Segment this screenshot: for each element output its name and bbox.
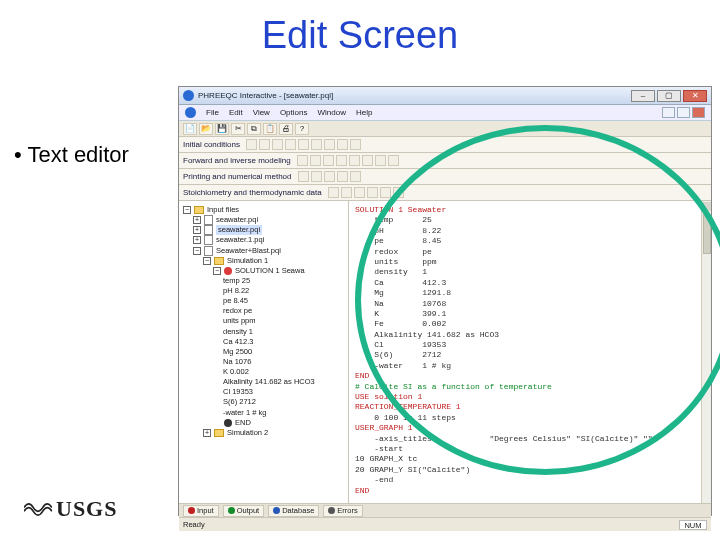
cut-icon[interactable]: ✂ [231, 123, 245, 135]
tree-item[interactable]: +seawater.pqi [193, 215, 346, 225]
ribbon-btn[interactable] [341, 187, 352, 198]
minus-icon[interactable]: − [203, 257, 211, 265]
plus-icon[interactable]: + [193, 226, 201, 234]
tree-sim2[interactable]: +Simulation 2 [203, 428, 346, 438]
tree-prop[interactable]: Mg 2500 [223, 347, 346, 357]
ribbon-btn[interactable] [380, 187, 391, 198]
ribbon-btn[interactable] [375, 155, 386, 166]
tree-prop[interactable]: K 0.002 [223, 367, 346, 377]
help-icon[interactable]: ? [295, 123, 309, 135]
ribbon-btn[interactable] [310, 155, 321, 166]
tree-prop[interactable]: S(6) 2712 [223, 397, 346, 407]
ribbon-btn[interactable] [324, 139, 335, 150]
minus-icon[interactable]: − [183, 206, 191, 214]
tree-solution[interactable]: −SOLUTION 1 Seawa [213, 266, 346, 276]
tree-prop[interactable]: Alkalinity 141.682 as HCO3 [223, 377, 346, 387]
editor-line[interactable]: density 1 [355, 267, 705, 277]
ribbon-btn[interactable] [272, 139, 283, 150]
minimize-button[interactable]: – [631, 90, 655, 102]
scroll-thumb[interactable] [703, 214, 711, 254]
mdi-close-button[interactable] [692, 107, 705, 118]
file-tree[interactable]: −Input files +seawater.pqi +seawater.pqi… [179, 201, 349, 503]
editor-line[interactable]: -water 1 # kg [355, 361, 705, 371]
editor-line[interactable]: pH 8.22 [355, 226, 705, 236]
maximize-button[interactable]: ▢ [657, 90, 681, 102]
editor-line[interactable]: temp 25 [355, 215, 705, 225]
menu-window[interactable]: Window [317, 108, 345, 117]
mdi-restore-button[interactable] [677, 107, 690, 118]
ribbon-btn[interactable] [297, 155, 308, 166]
tree-prop[interactable]: temp 25 [223, 276, 346, 286]
ribbon-btn[interactable] [285, 139, 296, 150]
paste-icon[interactable]: 📋 [263, 123, 277, 135]
ribbon-btn[interactable] [336, 155, 347, 166]
tree-prop[interactable]: density 1 [223, 327, 346, 337]
ribbon-btn[interactable] [311, 171, 322, 182]
tree-prop[interactable]: Na 1076 [223, 357, 346, 367]
save-icon[interactable]: 💾 [215, 123, 229, 135]
minus-icon[interactable]: − [193, 247, 201, 255]
text-editor[interactable]: SOLUTION 1 Seawater temp 25 pH 8.22 pe 8… [349, 201, 711, 503]
plus-icon[interactable]: + [193, 216, 201, 224]
tree-end[interactable]: END [213, 418, 346, 428]
minus-icon[interactable]: − [213, 267, 221, 275]
editor-line[interactable]: 0 100 in 11 steps [355, 413, 705, 423]
tab-database[interactable]: Database [268, 505, 319, 517]
ribbon-btn[interactable] [367, 187, 378, 198]
editor-line[interactable]: -axis_titles "Degrees Celsius" "SI(Calci… [355, 434, 705, 444]
editor-line[interactable]: -end [355, 475, 705, 485]
editor-line[interactable]: Fe 0.002 [355, 319, 705, 329]
tree-prop[interactable]: pe 8.45 [223, 296, 346, 306]
editor-line[interactable]: pe 8.45 [355, 236, 705, 246]
editor-scrollbar[interactable] [701, 201, 711, 503]
ribbon-btn[interactable] [328, 187, 339, 198]
menu-options[interactable]: Options [280, 108, 308, 117]
tree-item[interactable]: −Seawater+Blast.pqi [193, 246, 346, 256]
editor-line[interactable]: 20 GRAPH_Y SI("Calcite") [355, 465, 705, 475]
menu-edit[interactable]: Edit [229, 108, 243, 117]
ribbon-btn[interactable] [337, 139, 348, 150]
tree-prop[interactable]: pH 8.22 [223, 286, 346, 296]
tree-prop[interactable]: units ppm [223, 316, 346, 326]
editor-line[interactable]: USER_GRAPH 1 [355, 423, 705, 433]
menu-view[interactable]: View [253, 108, 270, 117]
new-file-icon[interactable]: 📄 [183, 123, 197, 135]
editor-line[interactable]: SOLUTION 1 Seawater [355, 205, 705, 215]
plus-icon[interactable]: + [203, 429, 211, 437]
tree-prop[interactable]: redox pe [223, 306, 346, 316]
ribbon-btn[interactable] [259, 139, 270, 150]
ribbon-btn[interactable] [323, 155, 334, 166]
tree-prop[interactable]: -water 1 # kg [223, 408, 346, 418]
open-file-icon[interactable]: 📂 [199, 123, 213, 135]
editor-line[interactable]: Ca 412.3 [355, 278, 705, 288]
tree-item[interactable]: +seawater.pqi [193, 225, 346, 235]
editor-line[interactable]: -start [355, 444, 705, 454]
ribbon-btn[interactable] [349, 155, 360, 166]
editor-line[interactable]: units ppm [355, 257, 705, 267]
editor-line[interactable]: Alkalinity 141.682 as HCO3 [355, 330, 705, 340]
ribbon-btn[interactable] [393, 187, 404, 198]
tab-output[interactable]: Output [223, 505, 265, 517]
ribbon-btn[interactable] [246, 139, 257, 150]
copy-icon[interactable]: ⧉ [247, 123, 261, 135]
ribbon-btn[interactable] [311, 139, 322, 150]
scroll-up-icon[interactable] [702, 202, 711, 211]
tab-errors[interactable]: Errors [323, 505, 362, 517]
tree-root[interactable]: −Input files [183, 205, 346, 215]
ribbon-btn[interactable] [354, 187, 365, 198]
ribbon-btn[interactable] [298, 171, 309, 182]
ribbon-btn[interactable] [350, 171, 361, 182]
editor-line[interactable]: Na 10768 [355, 299, 705, 309]
editor-line[interactable]: REACTION_TEMPERATURE 1 [355, 402, 705, 412]
menu-file[interactable]: File [206, 108, 219, 117]
tree-prop[interactable]: Cl 19353 [223, 387, 346, 397]
mdi-minimize-button[interactable] [662, 107, 675, 118]
ribbon-btn[interactable] [324, 171, 335, 182]
ribbon-btn[interactable] [350, 139, 361, 150]
tab-input[interactable]: Input [183, 505, 219, 517]
menu-help[interactable]: Help [356, 108, 372, 117]
plus-icon[interactable]: + [193, 236, 201, 244]
tree-prop[interactable]: Ca 412.3 [223, 337, 346, 347]
ribbon-btn[interactable] [298, 139, 309, 150]
editor-line[interactable]: S(6) 2712 [355, 350, 705, 360]
